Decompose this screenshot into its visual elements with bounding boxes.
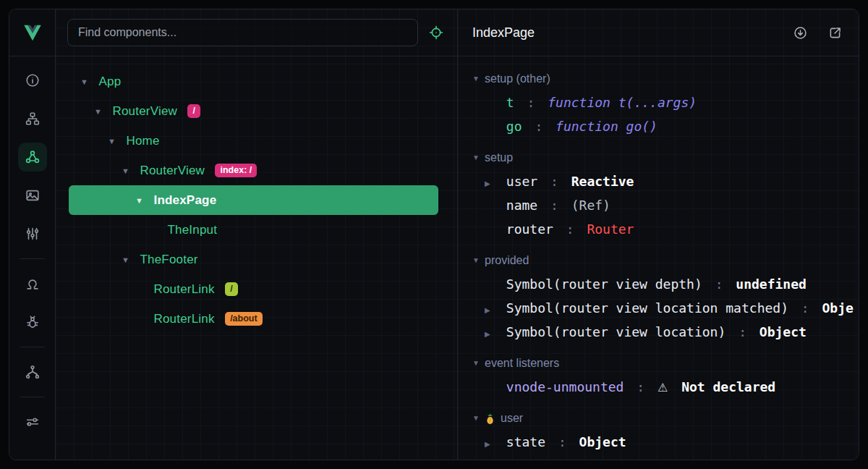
section-title: user <box>501 412 523 425</box>
sidebar-item-components[interactable] <box>18 104 47 133</box>
separator: : <box>637 379 644 394</box>
section-title: event listeners <box>485 357 559 370</box>
separator: : <box>801 300 809 316</box>
state-row[interactable]: ▶ name : (Ref) <box>485 193 859 217</box>
chevron-down-icon[interactable]: ▼ <box>122 245 133 275</box>
components-panel: ▼ App ▼ RouterView / ▼ Home ▼ RouterView… <box>56 9 458 460</box>
section-header[interactable]: ▼ setup <box>472 145 859 169</box>
tree-row-selected[interactable]: ▼ IndexPage <box>69 185 438 215</box>
devtools-window: ▼ App ▼ RouterView / ▼ Home ▼ RouterView… <box>9 9 859 460</box>
state-key: getters <box>506 458 561 460</box>
chevron-right-icon[interactable]: ▶ <box>485 172 498 195</box>
activity-bar <box>9 9 56 460</box>
info-icon <box>25 72 41 88</box>
state-value: Object <box>822 296 854 320</box>
tree-row[interactable]: ▼ RouterView / <box>69 96 438 126</box>
branch-nodes-icon <box>25 364 41 380</box>
sidebar-divider <box>20 347 45 347</box>
state-value: function t(...args) <box>548 95 697 110</box>
bug-icon <box>25 314 41 330</box>
state-row[interactable]: ▶ getters : Object <box>485 454 859 460</box>
state-row[interactable]: ▶ router : Router <box>485 217 859 241</box>
search-input[interactable] <box>67 19 418 46</box>
component-name: App <box>98 75 121 88</box>
state-row[interactable]: ▶ Symbol(router view depth) : undefined <box>485 272 859 296</box>
sidebar-nav <box>9 56 55 436</box>
sidebar-item-assets[interactable] <box>18 181 47 210</box>
tree-row[interactable]: ▶ RouterLink / <box>69 274 438 304</box>
separator: : <box>527 95 535 110</box>
chevron-right-icon[interactable]: ▶ <box>485 432 498 456</box>
state-row[interactable]: ▶ Symbol(router view location) : Object <box>485 320 859 344</box>
section-header[interactable]: ▼ setup (other) <box>472 67 859 90</box>
state-row[interactable]: ▶ vnode-unmounted : ⚠ Not declared <box>485 375 859 399</box>
section-header[interactable]: ▼ event listeners <box>472 351 859 375</box>
components-toolbar <box>56 9 457 56</box>
section-header[interactable]: ▼ user <box>472 406 859 430</box>
state-section: ▼ event listeners ▶ vnode-unmounted : ⚠ … <box>472 351 859 399</box>
chevron-down-icon[interactable]: ▼ <box>108 127 119 156</box>
component-name: TheFooter <box>140 253 197 266</box>
component-name: TheInput <box>167 223 217 237</box>
chevron-down-icon[interactable]: ▼ <box>122 156 133 186</box>
sidebar-item-overview[interactable] <box>18 66 47 95</box>
sidebar-item-timeline[interactable] <box>18 219 47 248</box>
chevron-down-icon[interactable]: ▼ <box>80 67 92 97</box>
state-value: Router <box>587 221 634 237</box>
state-key: user <box>506 174 537 189</box>
state-row[interactable]: ▶ Symbol(router view location matched) :… <box>485 296 859 320</box>
tree-row[interactable]: ▼ App <box>69 67 438 96</box>
separator: : <box>550 198 558 213</box>
state-key: name <box>506 198 537 213</box>
chevron-down-icon: ▼ <box>472 256 485 264</box>
state-key: Symbol(router view depth) <box>506 276 702 292</box>
separator: : <box>739 324 746 339</box>
separator: : <box>535 119 542 134</box>
scroll-to-component-button[interactable] <box>788 20 812 45</box>
section-header[interactable]: ▼ provided <box>472 248 859 272</box>
separator: : <box>558 434 566 449</box>
state-row[interactable]: ▶ t : function t(...args) <box>485 90 859 114</box>
tree-row[interactable]: ▶ RouterLink /about <box>69 304 438 334</box>
selected-component-title: IndexPage <box>472 25 535 41</box>
separator: : <box>550 174 558 189</box>
sidebar-item-settings[interactable] <box>18 407 47 436</box>
sidebar-item-bugs[interactable] <box>18 308 47 337</box>
chevron-down-icon: ▼ <box>472 75 485 83</box>
route-badge: index: / <box>215 164 257 177</box>
route-badge: / <box>187 104 200 118</box>
chevron-right-icon[interactable]: ▶ <box>485 298 498 322</box>
chevron-right-icon[interactable]: ▶ <box>485 456 498 460</box>
state-value: Reactive <box>571 174 634 189</box>
state-row[interactable]: ▶ go : function go() <box>485 114 859 138</box>
state-section: ▼ provided ▶ Symbol(router view depth) :… <box>472 248 859 344</box>
chevron-down-icon: ▼ <box>472 359 485 367</box>
component-name: RouterView <box>112 104 177 118</box>
chevron-right-icon[interactable]: ▶ <box>485 322 498 346</box>
state-key: Symbol(router view location matched) <box>506 300 788 316</box>
chevron-down-icon[interactable]: ▼ <box>94 97 106 127</box>
state-row[interactable]: ▶ state : Object <box>485 430 859 454</box>
state-value: Object <box>760 324 807 339</box>
state-value: Not declared <box>681 379 775 394</box>
component-tree: ▼ App ▼ RouterView / ▼ Home ▼ RouterView… <box>56 56 457 460</box>
warning-icon: ⚠ <box>658 381 668 394</box>
sidebar-item-pipeline[interactable] <box>18 358 47 386</box>
tree-row[interactable]: ▼ Home <box>69 126 438 156</box>
tree-row[interactable]: ▼ TheFooter <box>69 245 438 274</box>
state-key: state <box>506 434 545 449</box>
state-key: router <box>506 221 553 237</box>
chevron-down-icon[interactable]: ▼ <box>135 186 147 216</box>
state-key: t <box>506 95 514 110</box>
state-row[interactable]: ▶ user : Reactive <box>485 169 859 193</box>
tree-row[interactable]: ▼ RouterView index: / <box>69 156 438 185</box>
sidebar-item-pages[interactable] <box>18 143 47 172</box>
state-section: ▼ setup (other) ▶ t : function t(...args… <box>472 67 859 138</box>
open-in-editor-button[interactable] <box>822 20 847 45</box>
sidebar-item-hooks[interactable] <box>18 269 47 298</box>
inspector-body: ▼ setup (other) ▶ t : function t(...args… <box>458 56 859 460</box>
state-key: Symbol(router view location) <box>506 324 726 339</box>
separator: : <box>715 276 723 292</box>
tree-row[interactable]: ▶ TheInput <box>69 215 438 245</box>
inspect-target-button[interactable] <box>424 20 448 45</box>
